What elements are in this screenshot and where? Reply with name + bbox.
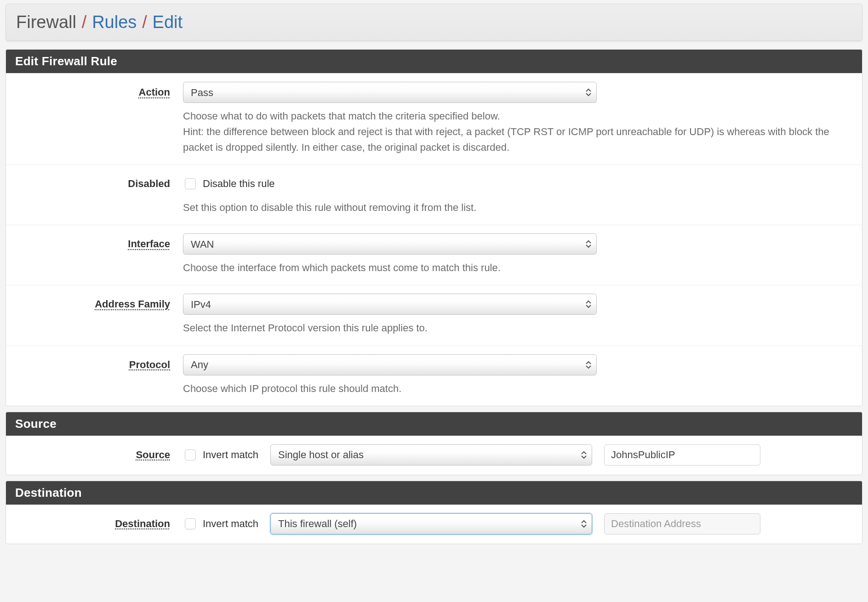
breadcrumb-root: Firewall (16, 12, 76, 32)
label-source: Source (6, 444, 183, 461)
row-action: Action Pass Choose what to do with packe… (6, 73, 862, 165)
row-source: Source Invert match Single host or alias (6, 436, 862, 475)
help-address-family: Select the Internet Protocol version thi… (183, 320, 853, 336)
panel-header-destination: Destination (6, 481, 862, 505)
breadcrumb-rules-link[interactable]: Rules (92, 12, 137, 32)
action-select-wrap: Pass (183, 82, 597, 103)
destination-address-input[interactable] (604, 513, 760, 534)
destination-type-select-wrap: This firewall (self) (270, 513, 592, 534)
interface-select-wrap: WAN (183, 233, 597, 255)
panel-header-edit: Edit Firewall Rule (6, 50, 862, 73)
destination-invert-label: Invert match (203, 518, 258, 530)
panel-source: Source Source Invert match Single host o… (6, 412, 862, 475)
help-protocol: Choose which IP protocol this rule shoul… (183, 381, 853, 397)
action-select[interactable]: Pass (183, 82, 597, 103)
address-family-select-wrap: IPv4 (183, 294, 597, 315)
destination-type-select[interactable]: This firewall (self) (270, 513, 592, 534)
protocol-select[interactable]: Any (183, 354, 597, 375)
panel-header-source: Source (6, 412, 862, 436)
source-address-input[interactable] (604, 444, 760, 466)
breadcrumb: Firewall / Rules / Edit (6, 4, 862, 41)
label-action: Action (6, 82, 183, 98)
source-type-select-wrap: Single host or alias (270, 444, 592, 466)
label-protocol: Protocol (6, 354, 183, 371)
disabled-checkbox-label: Disable this rule (203, 178, 275, 190)
address-family-select[interactable]: IPv4 (183, 294, 597, 315)
row-disabled: Disabled Disable this rule Set this opti… (6, 165, 862, 225)
breadcrumb-edit-link[interactable]: Edit (153, 12, 183, 32)
breadcrumb-sep-icon: / (139, 12, 150, 32)
label-address-family: Address Family (6, 294, 183, 310)
panel-edit-firewall-rule: Edit Firewall Rule Action Pass Choose wh… (6, 49, 862, 406)
disabled-checkbox[interactable] (185, 178, 196, 189)
row-interface: Interface WAN Choose the interface from … (6, 225, 862, 285)
help-interface: Choose the interface from which packets … (183, 260, 853, 276)
interface-select[interactable]: WAN (183, 233, 597, 255)
row-address-family: Address Family IPv4 Select the Internet … (6, 285, 862, 345)
source-type-select[interactable]: Single host or alias (270, 444, 592, 466)
destination-invert-checkbox[interactable] (185, 518, 196, 529)
label-interface: Interface (6, 233, 183, 250)
help-action: Choose what to do with packets that matc… (183, 108, 853, 155)
protocol-select-wrap: Any (183, 354, 597, 375)
row-destination: Destination Invert match This firewall (… (6, 505, 862, 544)
label-disabled: Disabled (6, 173, 183, 190)
label-destination: Destination (6, 513, 183, 530)
row-protocol: Protocol Any Choose which IP protocol th… (6, 346, 862, 406)
help-disabled: Set this option to disable this rule wit… (183, 200, 853, 216)
source-invert-label: Invert match (203, 449, 258, 461)
breadcrumb-sep-icon: / (79, 12, 90, 32)
panel-destination: Destination Destination Invert match Thi… (6, 481, 862, 544)
source-invert-checkbox[interactable] (185, 449, 196, 460)
